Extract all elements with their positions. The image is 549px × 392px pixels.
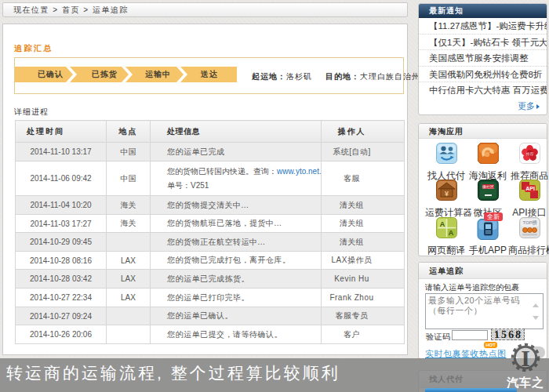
- svg-text:TOP榜: TOP榜: [522, 220, 537, 226]
- svg-text:API: API: [525, 186, 535, 191]
- svg-text:I: I: [521, 345, 530, 371]
- svg-text:A: A: [448, 229, 453, 237]
- svg-text:微社区: 微社区: [482, 184, 494, 189]
- svg-text:A: A: [439, 220, 445, 228]
- svg-text:推荐: 推荐: [525, 151, 533, 156]
- svg-text:¥: ¥: [444, 190, 448, 198]
